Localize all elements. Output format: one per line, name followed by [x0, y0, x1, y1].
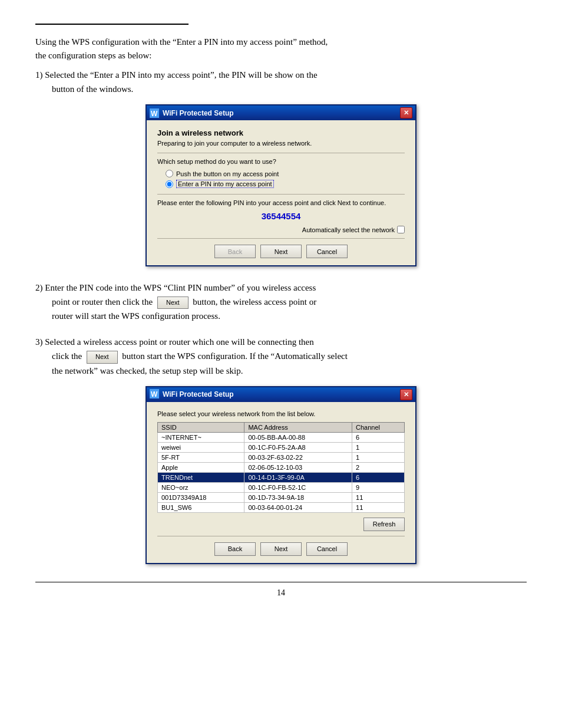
dialog1-titlebar: W WiFi Protected Setup ✕	[147, 106, 415, 120]
step3-next-inline-btn: Next	[87, 351, 118, 364]
cell-channel-4: 6	[352, 472, 405, 482]
step2-next-inline-btn: Next	[157, 297, 189, 309]
step3-text2: click the	[52, 351, 82, 361]
page-number-area: 14	[35, 582, 527, 598]
table-row[interactable]: weiwei00-1C-F0-F5-2A-A81	[158, 442, 405, 452]
top-rule	[35, 24, 189, 25]
cell-ssid-5: NEO~orz	[158, 482, 244, 492]
dialog2-back-button[interactable]: Back	[214, 542, 256, 556]
dialog2-body: Please select your wireless network from…	[147, 402, 415, 563]
table-row[interactable]: 5F-RT00-03-2F-63-02-221	[158, 452, 405, 462]
dialog1-subtitle: Preparing to join your computer to a wir…	[157, 140, 405, 147]
dialog1-icon: W	[150, 108, 159, 118]
step3-indent1: click the Next button start the WPS conf…	[35, 351, 348, 361]
dialog1-radio-group: Push the button on my access point Enter…	[157, 170, 405, 188]
table-row[interactable]: TRENDnet00-14-D1-3F-99-0A6	[158, 472, 405, 482]
dialog1-close-button[interactable]: ✕	[400, 107, 412, 118]
cell-channel-6: 11	[352, 492, 405, 502]
svg-text:W: W	[151, 390, 158, 398]
dialog1-radio2-label: Enter a PIN into my access point	[176, 180, 274, 188]
cell-channel-3: 2	[352, 462, 405, 472]
cell-mac-2: 00-03-2F-63-02-22	[244, 452, 352, 462]
dialog2-title-area: W WiFi Protected Setup	[150, 389, 234, 400]
table-row[interactable]: NEO~orz00-1C-F0-FB-52-1C9	[158, 482, 405, 492]
cell-mac-6: 00-1D-73-34-9A-18	[244, 492, 352, 502]
step2-label: 2)	[35, 283, 43, 292]
cell-mac-3: 02-06-05-12-10-03	[244, 462, 352, 472]
intro-text2: the configuration steps as below:	[35, 51, 151, 60]
step2-indent: point or router then click the Next butt…	[35, 297, 316, 307]
step2: 2) Enter the PIN code into the WPS “Clin…	[35, 281, 527, 323]
cell-channel-0: 6	[352, 432, 405, 442]
dialog2-list-header: Please select your wireless network from…	[157, 410, 405, 417]
step1-text: Selected the “Enter a PIN into my access…	[45, 70, 317, 80]
intro-paragraph: Using the WPS configuration with the “En…	[35, 35, 527, 62]
cell-ssid-4: TRENDnet	[158, 472, 244, 482]
dialog1-button-row: Back Next Cancel	[157, 238, 405, 258]
cell-ssid-1: weiwei	[158, 442, 244, 452]
dialog1-back-button[interactable]: Back	[214, 245, 256, 258]
cell-mac-0: 00-05-BB-AA-00-88	[244, 432, 352, 442]
step1: 1) Selected the “Enter a PIN into my acc…	[35, 68, 527, 96]
dialog1-title: WiFi Protected Setup	[163, 109, 234, 117]
dialog1-radio1[interactable]	[166, 170, 173, 177]
dialog1-question: Which setup method do you want to use?	[157, 158, 405, 165]
cell-mac-7: 00-03-64-00-01-24	[244, 502, 352, 512]
dialog1-next-button[interactable]: Next	[260, 245, 302, 258]
dialog1-radio1-item: Push the button on my access point	[166, 170, 405, 177]
dialog2-button-row: Back Next Cancel	[157, 536, 405, 556]
cell-channel-5: 9	[352, 482, 405, 492]
step1-label: 1)	[35, 70, 43, 80]
dialog1-pin: 36544554	[157, 211, 405, 221]
cell-ssid-2: 5F-RT	[158, 452, 244, 462]
cell-mac-4: 00-14-D1-3F-99-0A	[244, 472, 352, 482]
table-row[interactable]: BU1_SW600-03-64-00-01-2411	[158, 502, 405, 512]
step2-text3: button, the wireless access point or	[193, 297, 316, 307]
table-row[interactable]: ~INTERNET~00-05-BB-AA-00-886	[158, 432, 405, 442]
dialog1-radio2[interactable]	[166, 180, 173, 188]
col-channel-header: Channel	[352, 422, 405, 432]
refresh-button[interactable]: Refresh	[363, 518, 405, 531]
dialog1-auto-select-row: Automatically select the network	[157, 226, 405, 233]
cell-channel-1: 1	[352, 442, 405, 452]
cell-ssid-7: BU1_SW6	[158, 502, 244, 512]
refresh-row: Refresh	[157, 518, 405, 531]
cell-mac-1: 00-1C-F0-F5-2A-A8	[244, 442, 352, 452]
step2-text4: router will start the WPS configuration …	[35, 311, 220, 321]
step3-text1: Selected a wireless access point or rout…	[45, 337, 314, 347]
dialog1: W WiFi Protected Setup ✕ Join a wireless…	[146, 104, 416, 266]
dialog1-pin-instruction: Please enter the following PIN into your…	[157, 199, 405, 206]
dialog1-title-area: W WiFi Protected Setup	[150, 108, 234, 118]
dialog2-next-button[interactable]: Next	[260, 542, 302, 556]
step3-text4: the network” was checked, the setup step…	[35, 366, 243, 375]
col-ssid-header: SSID	[158, 422, 244, 432]
dialog2-titlebar: W WiFi Protected Setup ✕	[147, 387, 415, 402]
step3-label: 3)	[35, 337, 43, 347]
step3: 3) Selected a wireless access point or r…	[35, 335, 527, 377]
step3-text3: button start the WPS configuration. If t…	[122, 351, 348, 361]
dialog2-title: WiFi Protected Setup	[163, 390, 234, 398]
dialog1-auto-select-checkbox[interactable]	[397, 226, 405, 233]
cell-ssid-3: Apple	[158, 462, 244, 472]
dialog1-radio2-item: Enter a PIN into my access point	[166, 180, 405, 188]
dialog2-container: W WiFi Protected Setup ✕ Please select y…	[35, 386, 527, 564]
cell-ssid-0: ~INTERNET~	[158, 432, 244, 442]
cell-mac-5: 00-1C-F0-FB-52-1C	[244, 482, 352, 492]
dialog2-cancel-button[interactable]: Cancel	[306, 542, 348, 556]
svg-text:W: W	[151, 110, 158, 118]
page-number: 14	[277, 588, 285, 597]
dialog2-close-button[interactable]: ✕	[400, 389, 412, 400]
table-header-row: SSID MAC Address Channel	[158, 422, 405, 432]
col-mac-header: MAC Address	[244, 422, 352, 432]
dialog2: W WiFi Protected Setup ✕ Please select y…	[146, 386, 416, 564]
dialog1-section-title: Join a wireless network	[157, 129, 405, 137]
table-row[interactable]: 001D73349A1800-1D-73-34-9A-1811	[158, 492, 405, 502]
cell-channel-2: 1	[352, 452, 405, 462]
dialog1-container: W WiFi Protected Setup ✕ Join a wireless…	[35, 104, 527, 266]
step1-text2: button of the windows.	[35, 82, 527, 96]
table-row[interactable]: Apple02-06-05-12-10-032	[158, 462, 405, 472]
dialog1-divider1	[157, 153, 405, 153]
dialog1-radio1-label: Push the button on my access point	[176, 170, 279, 177]
dialog1-cancel-button[interactable]: Cancel	[306, 245, 348, 258]
dialog1-divider2	[157, 194, 405, 195]
